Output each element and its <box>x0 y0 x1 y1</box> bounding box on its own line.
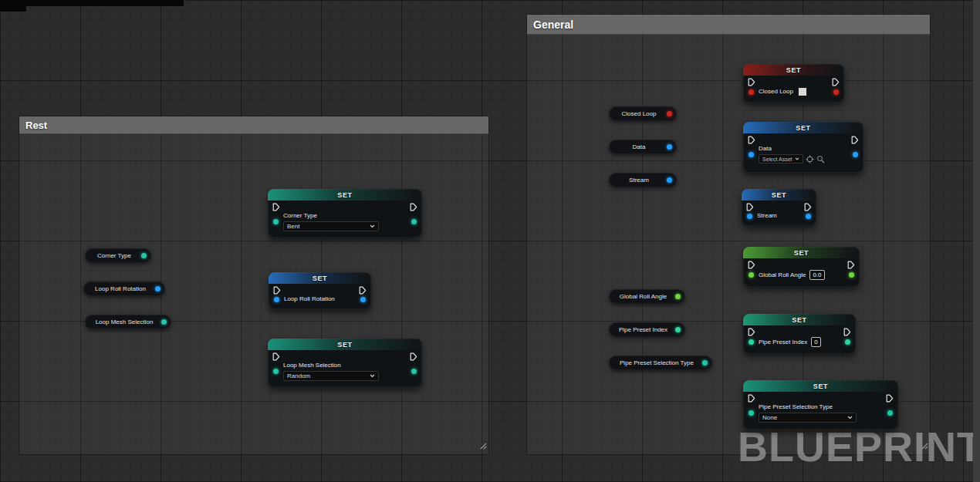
getter-label: Loop Mesh Selection <box>91 319 157 325</box>
enum-dropdown[interactable]: None <box>759 413 857 423</box>
exec-out-pin-icon[interactable] <box>832 78 840 86</box>
enum-dropdown[interactable]: Random <box>283 371 379 381</box>
data-out-pin[interactable] <box>155 286 161 292</box>
chevron-down-icon <box>847 416 853 420</box>
data-in-pin[interactable] <box>273 369 279 374</box>
data-out-pin[interactable] <box>411 219 417 224</box>
data-out-pin[interactable] <box>411 369 417 374</box>
set-node-global-roll-angle[interactable]: SET Global Roll Angle 0.0 <box>743 247 860 287</box>
browse-asset-icon[interactable] <box>816 155 825 163</box>
pin-label: Loop Roll Rotation <box>284 295 356 303</box>
data-in-pin[interactable] <box>749 410 754 416</box>
resize-handle-icon[interactable] <box>921 439 928 453</box>
chevron-down-icon <box>795 157 799 160</box>
app-chrome-top-bar <box>0 0 184 6</box>
blueprint-watermark: BLUEPRINT <box>738 423 980 470</box>
data-out-pin[interactable] <box>845 339 850 345</box>
exec-in-pin-icon[interactable] <box>272 352 280 361</box>
exec-in-pin-icon[interactable] <box>748 136 755 144</box>
exec-in-pin-icon[interactable] <box>272 203 280 211</box>
data-out-pin[interactable] <box>675 327 681 332</box>
set-node-pipe-preset-index[interactable]: SET Pipe Preset Index 0 <box>743 314 856 354</box>
pin-label: Stream <box>757 212 801 220</box>
exec-out-pin-icon[interactable] <box>410 203 417 211</box>
set-node-header: SET <box>743 314 856 325</box>
set-node-corner-type[interactable]: SET Corner Type Bent <box>268 189 422 238</box>
dropdown-value: None <box>762 414 777 421</box>
app-chrome-corner <box>0 0 26 12</box>
exec-in-pin-icon[interactable] <box>748 78 755 86</box>
data-out-pin[interactable] <box>667 111 672 116</box>
set-node-data[interactable]: SET Data Select Asset <box>743 122 863 173</box>
enum-dropdown[interactable]: Bent <box>283 221 379 231</box>
data-in-pin[interactable] <box>749 339 754 345</box>
data-out-pin[interactable] <box>853 152 858 157</box>
chevron-down-icon <box>370 224 375 228</box>
exec-in-pin-icon[interactable] <box>748 394 755 403</box>
getter-node-loop-mesh-selection[interactable]: Loop Mesh Selection <box>85 315 171 329</box>
exec-out-pin-icon[interactable] <box>886 394 894 403</box>
getter-node-corner-type[interactable]: Corner Type <box>85 248 151 263</box>
asset-select-dropdown[interactable]: Select Asset <box>759 154 803 163</box>
exec-out-pin-icon[interactable] <box>359 286 367 295</box>
set-node-title: SET <box>337 341 352 349</box>
data-out-pin[interactable] <box>667 177 672 183</box>
getter-label: Data <box>615 143 663 150</box>
data-out-pin[interactable] <box>833 89 839 95</box>
use-selected-asset-icon[interactable] <box>806 155 814 163</box>
getter-node-data[interactable]: Data <box>609 140 677 154</box>
exec-in-pin-icon[interactable] <box>746 203 754 211</box>
getter-node-closed-loop[interactable]: Closed Loop <box>609 106 677 121</box>
set-node-title: SET <box>772 191 786 199</box>
set-node-loop-mesh-selection[interactable]: SET Loop Mesh Selection Random <box>268 339 422 387</box>
data-in-pin[interactable] <box>273 219 279 224</box>
getter-node-stream[interactable]: Stream <box>609 173 677 187</box>
comment-title-text: Rest <box>25 120 47 131</box>
data-in-pin[interactable] <box>747 214 752 219</box>
exec-out-pin-icon[interactable] <box>851 136 859 144</box>
comment-title-bar[interactable]: Rest <box>19 116 488 134</box>
set-node-loop-roll-rotation[interactable]: SET Loop Roll Rotation <box>269 272 371 309</box>
bool-checkbox[interactable] <box>798 87 807 96</box>
getter-node-pipe-preset-selection-type[interactable]: Pipe Preset Selection Type <box>609 356 712 370</box>
data-out-pin[interactable] <box>702 360 708 366</box>
set-node-stream[interactable]: SET Stream <box>742 189 816 226</box>
data-out-pin[interactable] <box>667 144 672 150</box>
exec-out-pin-icon[interactable] <box>847 261 855 269</box>
exec-in-pin-icon[interactable] <box>273 286 281 295</box>
number-input[interactable]: 0.0 <box>809 270 824 280</box>
dropdown-value: Bent <box>287 223 299 230</box>
data-in-pin[interactable] <box>749 152 754 157</box>
pin-label: Loop Mesh Selection <box>283 362 407 369</box>
set-node-title: SET <box>337 191 352 199</box>
data-in-pin[interactable] <box>749 89 754 95</box>
data-out-pin[interactable] <box>849 272 854 278</box>
data-out-pin[interactable] <box>675 294 681 299</box>
data-out-pin[interactable] <box>360 297 366 302</box>
getter-node-global-roll-angle[interactable]: Global Roll Angle <box>609 289 685 304</box>
getter-node-pipe-preset-index[interactable]: Pipe Preset Index <box>609 322 685 337</box>
number-input[interactable]: 0 <box>811 337 820 347</box>
exec-out-pin-icon[interactable] <box>804 203 812 211</box>
data-out-pin[interactable] <box>161 319 167 325</box>
blueprint-editor-viewport: Rest General BLUEPRINT Corner Type Loop … <box>0 0 980 482</box>
data-in-pin[interactable] <box>749 272 754 278</box>
exec-out-pin-icon[interactable] <box>843 328 851 336</box>
exec-in-pin-icon[interactable] <box>748 328 755 336</box>
getter-node-loop-roll-rotation[interactable]: Loop Roll Rotation <box>83 281 165 296</box>
set-node-title: SET <box>794 249 809 257</box>
resize-handle-icon[interactable] <box>480 439 487 453</box>
set-node-pipe-preset-selection-type[interactable]: SET Pipe Preset Selection Type None <box>743 380 898 430</box>
set-node-title: SET <box>792 316 806 324</box>
data-in-pin[interactable] <box>274 297 279 302</box>
exec-out-pin-icon[interactable] <box>410 352 417 361</box>
data-out-pin[interactable] <box>806 214 811 219</box>
set-node-closed-loop[interactable]: SET Closed Loop <box>743 64 844 103</box>
getter-label: Pipe Preset Selection Type <box>615 359 698 366</box>
data-out-pin[interactable] <box>141 253 147 258</box>
exec-in-pin-icon[interactable] <box>748 261 755 269</box>
comment-title-bar[interactable]: General <box>527 15 930 35</box>
dropdown-value: Random <box>287 372 310 379</box>
data-out-pin[interactable] <box>887 410 893 416</box>
set-node-header: SET <box>743 64 844 76</box>
